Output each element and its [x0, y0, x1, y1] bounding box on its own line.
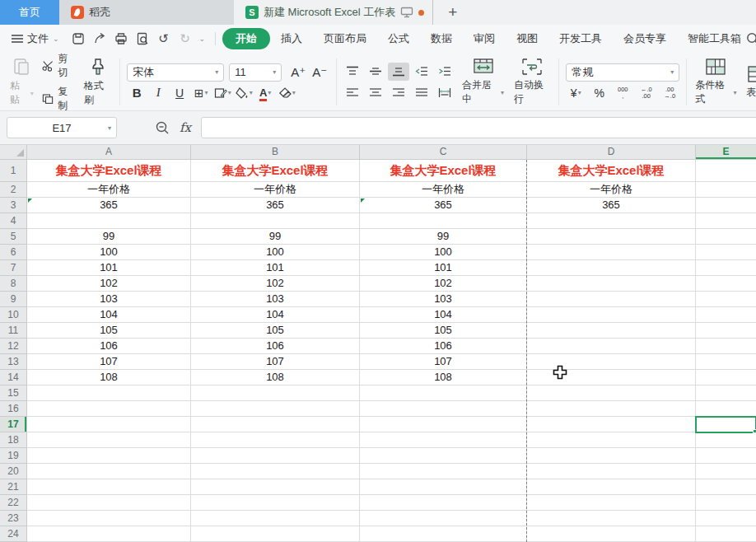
fill-color-button[interactable]: ▾ — [234, 85, 254, 101]
cell-A21[interactable] — [27, 479, 191, 495]
formula-input[interactable] — [201, 117, 756, 138]
cell-E2[interactable] — [696, 182, 756, 198]
menu-item-页面布局[interactable]: 页面布局 — [313, 28, 377, 49]
cell-C12[interactable]: 106 — [360, 339, 527, 354]
increase-font-button[interactable]: A⁺ — [288, 64, 308, 81]
cell-A8[interactable]: 102 — [27, 276, 191, 292]
cell-D3[interactable]: 365 — [527, 198, 696, 213]
tab-docer[interactable]: 稻壳 — [59, 0, 175, 25]
column-header-D[interactable]: D — [527, 145, 696, 160]
row-header-18[interactable]: 18 — [0, 432, 27, 448]
cell-B12[interactable]: 106 — [191, 339, 360, 354]
tab-home[interactable]: 首页 — [0, 0, 59, 25]
cell-A24[interactable] — [27, 526, 191, 542]
table-style-button-clipped[interactable]: 表 — [742, 63, 756, 101]
row-header-1[interactable]: 1 — [0, 160, 27, 182]
cell-A12[interactable]: 106 — [27, 339, 191, 354]
align-bottom-button[interactable] — [388, 63, 409, 81]
font-name-select[interactable]: 宋体 ▾ — [127, 63, 224, 82]
percent-format-button[interactable]: % — [590, 85, 609, 101]
align-top-button[interactable] — [342, 63, 363, 81]
cell-E21[interactable] — [696, 479, 756, 495]
cell-B2[interactable]: 一年价格 — [191, 182, 360, 198]
print-icon[interactable] — [110, 32, 132, 45]
cell-D18[interactable] — [527, 432, 696, 448]
name-box[interactable]: E17 ▾ — [7, 117, 117, 138]
cell-A23[interactable] — [27, 511, 191, 526]
cell-C3[interactable]: 365 — [360, 198, 527, 213]
cell-C20[interactable] — [360, 464, 527, 479]
cell-B14[interactable]: 108 — [191, 370, 360, 385]
italic-button[interactable]: I — [148, 85, 168, 101]
cell-B18[interactable] — [191, 432, 360, 448]
cell-A20[interactable] — [27, 464, 191, 479]
cell-D12[interactable] — [527, 339, 696, 354]
fill-handle[interactable] — [753, 429, 756, 433]
quickbar-more-caret-icon[interactable]: ⌄ — [199, 35, 206, 43]
select-all-corner[interactable] — [0, 145, 27, 160]
cell-C7[interactable]: 101 — [360, 260, 527, 276]
cell-A11[interactable]: 105 — [27, 323, 191, 339]
cell-B20[interactable] — [191, 464, 360, 479]
cell-B5[interactable]: 99 — [191, 229, 360, 245]
decrease-indent-button[interactable] — [411, 63, 432, 81]
menu-item-插入[interactable]: 插入 — [270, 28, 313, 49]
row-header-19[interactable]: 19 — [0, 448, 27, 464]
cell-A18[interactable] — [27, 432, 191, 448]
column-header-B[interactable]: B — [191, 145, 360, 160]
cell-C15[interactable] — [360, 385, 527, 401]
cell-E22[interactable] — [696, 495, 756, 511]
cell-A16[interactable] — [27, 401, 191, 417]
clear-format-button[interactable]: ▾ — [277, 85, 296, 101]
cell-B24[interactable] — [191, 526, 360, 542]
cell-C8[interactable]: 102 — [360, 276, 527, 292]
cell-A2[interactable]: 一年价格 — [27, 182, 191, 198]
cell-D8[interactable] — [527, 276, 696, 292]
cell-E23[interactable] — [696, 511, 756, 526]
borders-button[interactable]: ⊞▾ — [191, 85, 211, 101]
cell-C23[interactable] — [360, 511, 527, 526]
cell-B9[interactable]: 103 — [191, 292, 360, 307]
cell-E10[interactable] — [696, 307, 756, 323]
cell-B22[interactable] — [191, 495, 360, 511]
merge-center-button[interactable]: 合并居中▾ — [457, 56, 509, 108]
row-header-17[interactable]: 17 — [0, 417, 27, 432]
menu-item-审阅[interactable]: 审阅 — [463, 28, 506, 49]
cell-C1[interactable]: 集盒大学Excel课程 — [360, 160, 527, 182]
undo-icon[interactable]: ↺ — [153, 31, 175, 46]
cell-C24[interactable] — [360, 526, 527, 542]
align-left-button[interactable] — [342, 84, 363, 102]
cell-E20[interactable] — [696, 464, 756, 479]
row-header-10[interactable]: 10 — [0, 307, 27, 323]
column-header-A[interactable]: A — [27, 145, 191, 160]
cell-A14[interactable]: 108 — [27, 370, 191, 385]
cell-E24[interactable] — [696, 526, 756, 542]
cell-D9[interactable] — [527, 292, 696, 307]
cell-B11[interactable]: 105 — [191, 323, 360, 339]
row-header-24[interactable]: 24 — [0, 526, 27, 542]
cell-D21[interactable] — [527, 479, 696, 495]
cell-A7[interactable]: 101 — [27, 260, 191, 276]
cell-E7[interactable] — [696, 260, 756, 276]
align-middle-button[interactable] — [365, 63, 386, 81]
cell-E14[interactable] — [696, 370, 756, 385]
cell-E8[interactable] — [696, 276, 756, 292]
menu-item-视图[interactable]: 视图 — [506, 28, 548, 49]
cell-E11[interactable] — [696, 323, 756, 339]
file-menu[interactable]: 文件 ⌄ — [12, 31, 59, 46]
align-center-button[interactable] — [365, 84, 386, 102]
menu-item-开发工具[interactable]: 开发工具 — [548, 28, 613, 49]
row-header-6[interactable]: 6 — [0, 245, 27, 260]
cell-A4[interactable] — [27, 213, 191, 229]
cell-E6[interactable] — [696, 245, 756, 260]
cell-D7[interactable] — [527, 260, 696, 276]
redo-icon[interactable]: ↻ — [175, 31, 196, 46]
print-preview-icon[interactable] — [132, 32, 153, 45]
cell-C13[interactable]: 107 — [360, 354, 527, 370]
cell-B3[interactable]: 365 — [191, 198, 360, 213]
cell-E3[interactable] — [696, 198, 756, 213]
cell-A3[interactable]: 365 — [27, 198, 191, 213]
row-header-8[interactable]: 8 — [0, 276, 27, 292]
save-icon[interactable] — [68, 32, 89, 45]
cell-D16[interactable] — [527, 401, 696, 417]
